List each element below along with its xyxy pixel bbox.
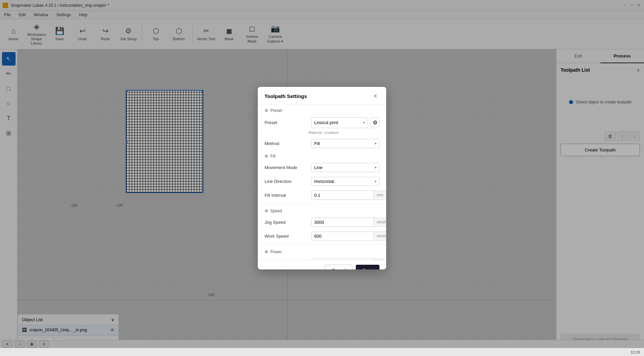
movement-mode-arrow: ▾: [375, 166, 376, 169]
method-value: Fill: [314, 141, 375, 146]
fill-section-header: ⚙ Fill: [258, 150, 386, 161]
preset-arrow: ▾: [363, 121, 365, 124]
preset-gear-icon: ⚙: [265, 108, 268, 113]
modal-body: ⚙ Preset Preset Linocut print ▾ ⚙ Materi…: [258, 105, 386, 260]
preset-label: Preset: [265, 120, 308, 125]
modal-close-button[interactable]: ×: [371, 92, 379, 100]
power-section-label: Power: [270, 250, 282, 254]
section-divider-1: [258, 204, 386, 204]
fill-section-label: Fill: [270, 154, 275, 159]
modal-footer: Cancel Save: [258, 260, 386, 269]
line-direction-row: Line Direction Horizontal ▾: [258, 174, 386, 188]
speed-section-label: Speed: [270, 209, 282, 213]
toolpath-settings-modal: Toolpath Settings × ⚙ Preset Preset Lino…: [258, 87, 386, 269]
fill-interval-row: Fill Interval mm: [258, 188, 386, 202]
fill-interval-input-wrap: mm: [311, 191, 386, 200]
jog-speed-control: mm/min: [311, 218, 386, 227]
method-arrow: ▾: [375, 142, 376, 145]
jog-speed-input-wrap: mm/min: [311, 218, 386, 227]
laser-power-unit: %: [374, 259, 383, 260]
line-direction-label: Line Direction: [265, 179, 308, 184]
laser-power-row: Laser Power %: [258, 256, 386, 260]
movement-mode-label: Movement Mode: [265, 165, 308, 170]
work-speed-label: Work Speed: [265, 234, 308, 239]
section-divider-2: [258, 244, 386, 245]
movement-mode-select[interactable]: Line ▾: [311, 163, 379, 172]
work-speed-input[interactable]: [312, 232, 374, 240]
fill-interval-unit: mm: [374, 191, 386, 199]
jog-speed-unit: mm/min: [374, 218, 386, 226]
taskbar: 13:19: [0, 348, 644, 356]
work-speed-control: mm/min: [311, 232, 386, 241]
preset-section-label: Preset: [270, 108, 282, 113]
work-speed-input-wrap: mm/min: [311, 232, 386, 241]
modal-title: Toolpath Settings: [265, 93, 307, 99]
movement-mode-row: Movement Mode Line ▾: [258, 161, 386, 174]
work-speed-row: Work Speed mm/min: [258, 229, 386, 243]
cancel-button[interactable]: Cancel: [325, 265, 352, 269]
fill-interval-control: mm: [311, 191, 386, 200]
preset-control: Linocut print ▾ ⚙: [311, 117, 379, 128]
fill-interval-input[interactable]: [312, 191, 374, 199]
preset-hint: Material: Linoleum: [258, 130, 386, 137]
line-direction-value: Horizontal: [314, 179, 375, 184]
jog-speed-row: Jog Speed mm/min: [258, 215, 386, 229]
laser-power-control: %: [311, 259, 383, 260]
power-section-header: ⚙ Power: [258, 246, 386, 256]
laser-power-input[interactable]: [312, 259, 374, 260]
preset-section-header: ⚙ Preset: [258, 105, 386, 115]
line-direction-select[interactable]: Horizontal ▾: [311, 177, 379, 186]
preset-value: Linocut print: [314, 120, 363, 125]
preset-row: Preset Linocut print ▾ ⚙: [258, 115, 386, 130]
line-direction-control: Horizontal ▾: [311, 177, 379, 186]
taskbar-time: 13:19: [630, 350, 643, 354]
fill-interval-label: Fill Interval: [265, 193, 308, 198]
movement-mode-control: Line ▾: [311, 163, 379, 172]
modal-overlay[interactable]: Toolpath Settings × ⚙ Preset Preset Lino…: [0, 0, 644, 356]
method-select[interactable]: Fill ▾: [311, 139, 379, 148]
speed-gear-icon: ⚙: [265, 209, 268, 213]
fill-gear-icon: ⚙: [265, 154, 268, 159]
line-direction-arrow: ▾: [375, 180, 376, 183]
save-button[interactable]: Save: [356, 265, 379, 269]
jog-speed-input[interactable]: [312, 218, 374, 227]
jog-speed-label: Jog Speed: [265, 220, 308, 225]
method-label: Method: [265, 141, 308, 146]
movement-mode-value: Line: [314, 165, 375, 170]
work-speed-unit: mm/min: [374, 232, 386, 240]
speed-section-header: ⚙ Speed: [258, 205, 386, 215]
laser-power-input-wrap: %: [311, 259, 383, 260]
modal-header: Toolpath Settings ×: [258, 87, 386, 105]
method-control: Fill ▾: [311, 139, 379, 148]
preset-select[interactable]: Linocut print ▾: [311, 117, 368, 128]
method-row: Method Fill ▾: [258, 137, 386, 150]
power-gear-icon: ⚙: [265, 250, 268, 254]
preset-gear-btn[interactable]: ⚙: [371, 117, 379, 128]
